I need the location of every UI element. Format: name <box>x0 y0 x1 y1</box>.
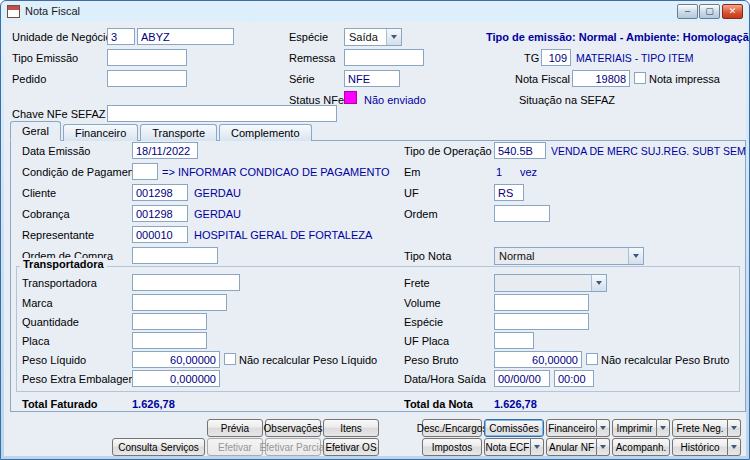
nota-ecf-dropdown-button[interactable] <box>531 438 544 456</box>
uf-placa-input[interactable] <box>494 332 534 349</box>
total-faturado-label: Total Faturado <box>22 398 98 410</box>
peso-liquido-input[interactable] <box>132 351 220 368</box>
unidade-negocio-name-input[interactable] <box>137 28 234 45</box>
peso-extra-input[interactable] <box>132 370 220 387</box>
acompanh-button[interactable]: Acompanh. <box>612 438 670 456</box>
window-title: Nota Fiscal <box>25 5 80 17</box>
nota-fiscal-window: Nota Fiscal – ▢ ✕ Unidade de Negócio Esp… <box>0 0 750 460</box>
itens-button[interactable]: Itens <box>323 419 379 437</box>
efetivar-os-button[interactable]: Efetivar OS <box>323 438 379 456</box>
ordem-input[interactable] <box>494 205 550 222</box>
emissao-ambiente-info: Tipo de emissão: Normal - Ambiente: Homo… <box>486 31 750 43</box>
unidade-negocio-code-input[interactable] <box>107 28 135 45</box>
form-background: Unidade de Negócio Espécie Saída Tipo de… <box>4 22 746 456</box>
nota-fiscal-number-input[interactable] <box>572 70 630 87</box>
data-saida-input[interactable] <box>494 370 550 387</box>
tipo-emissao-label: Tipo Emissão <box>12 52 78 64</box>
nao-recalcular-peso-bruto-label: Não recalcular Peso Bruto <box>601 354 729 366</box>
efetivar-button[interactable]: Efetivar <box>207 438 263 456</box>
nao-recalcular-peso-liquido-checkbox[interactable] <box>224 353 236 365</box>
nao-recalcular-peso-liquido-label: Não recalcular Peso Líquido <box>239 354 377 366</box>
remessa-label: Remessa <box>289 52 335 64</box>
imprimir-split-button: Imprimir <box>612 419 670 437</box>
nota-ecf-split-button: Nota ECF <box>484 438 544 456</box>
tipo-nota-label: Tipo Nota <box>404 250 451 262</box>
chave-nfe-input[interactable] <box>107 105 337 122</box>
hora-saida-input[interactable] <box>554 370 594 387</box>
anular-nf-dropdown-button[interactable] <box>597 438 610 456</box>
marca-input[interactable] <box>132 294 227 311</box>
remessa-input[interactable] <box>344 49 424 66</box>
placa-input[interactable] <box>132 332 207 349</box>
nao-recalcular-peso-bruto-checkbox[interactable] <box>586 353 598 365</box>
cliente-code-input[interactable] <box>132 184 188 201</box>
chevron-down-icon <box>600 426 606 430</box>
observacoes-button[interactable]: Observações <box>265 419 321 437</box>
data-emissao-input[interactable] <box>132 142 198 159</box>
chevron-down-icon <box>391 35 397 39</box>
status-nfe-indicator <box>344 91 357 104</box>
consulta-servicos-button[interactable]: Consulta Serviços <box>112 438 205 456</box>
tipo-nota-dropdown-button[interactable] <box>628 248 643 264</box>
tab-geral[interactable]: Geral <box>10 121 61 141</box>
quantidade-input[interactable] <box>132 313 207 330</box>
status-nfe-value: Não enviado <box>364 94 426 106</box>
impostos-button[interactable]: Impostos <box>422 438 482 456</box>
tg-label: TG <box>524 52 539 64</box>
financeiro-button[interactable]: Financeiro <box>546 419 597 437</box>
marca-label: Marca <box>22 297 53 309</box>
cobranca-code-input[interactable] <box>132 205 188 222</box>
ordem-label: Ordem <box>404 208 438 220</box>
uf-label: UF <box>404 187 419 199</box>
especie-combobox[interactable]: Saída <box>344 28 402 46</box>
close-button[interactable]: ✕ <box>722 4 743 19</box>
tg-code-input[interactable] <box>541 49 571 66</box>
pedido-input[interactable] <box>107 70 187 87</box>
imprimir-dropdown-button[interactable] <box>657 419 670 437</box>
peso-extra-label: Peso Extra Embalagem <box>22 373 138 385</box>
transportadora-input[interactable] <box>132 274 240 291</box>
frete-neg-dropdown-button[interactable] <box>728 419 741 437</box>
peso-bruto-input[interactable] <box>494 351 582 368</box>
transportadora-group-label: Transportadora <box>20 258 107 270</box>
representante-name: HOSPITAL GERAL DE FORTALEZA <box>194 229 372 241</box>
financeiro-split-button: Financeiro <box>546 419 610 437</box>
representante-code-input[interactable] <box>132 226 188 243</box>
condicao-pagamento-label: Condição de Pagamento <box>22 166 143 178</box>
historico-dropdown-button[interactable] <box>728 438 741 456</box>
historico-button[interactable]: Histórico <box>672 438 728 456</box>
data-hora-saida-label: Data/Hora Saída <box>404 373 486 385</box>
previa-button[interactable]: Prévia <box>207 419 263 437</box>
tipo-operacao-code-input[interactable] <box>494 142 546 159</box>
especie-transporte-input[interactable] <box>494 313 589 330</box>
comissoes-button[interactable]: Comissões <box>484 419 544 437</box>
frete-dropdown-button[interactable] <box>591 275 606 291</box>
title-bar[interactable]: Nota Fiscal – ▢ ✕ <box>1 1 749 22</box>
tipo-nota-combobox[interactable]: Normal <box>494 247 644 265</box>
desc-encargos-button[interactable]: Desc./Encargos <box>422 419 482 437</box>
frete-combobox[interactable] <box>494 274 607 292</box>
tab-complemento[interactable]: Complemento <box>219 124 311 141</box>
imprimir-button[interactable]: Imprimir <box>612 419 657 437</box>
financeiro-dropdown-button[interactable] <box>597 419 610 437</box>
efetivar-parcial-button[interactable]: Efetivar Parcial <box>265 438 321 456</box>
uf-input[interactable] <box>494 184 524 201</box>
em-label: Em <box>404 166 421 178</box>
especie-dropdown-button[interactable] <box>386 29 401 45</box>
maximize-button[interactable]: ▢ <box>699 4 720 19</box>
tab-transporte[interactable]: Transporte <box>140 124 217 141</box>
nota-ecf-button[interactable]: Nota ECF <box>484 438 531 456</box>
serie-input[interactable] <box>344 70 400 87</box>
tab-financeiro[interactable]: Financeiro <box>63 124 138 141</box>
minimize-button[interactable]: – <box>677 4 698 19</box>
tipo-operacao-description: VENDA DE MERC SUJ.REG. SUBT SEM CONTR <box>551 145 747 157</box>
condicao-pagamento-input[interactable] <box>132 163 158 180</box>
nota-impressa-checkbox[interactable] <box>634 72 646 84</box>
ordem-compra-input[interactable] <box>132 247 218 264</box>
placa-label: Placa <box>22 335 50 347</box>
volume-input[interactable] <box>494 294 589 311</box>
total-nota-value: 1.626,78 <box>494 398 537 410</box>
tipo-emissao-input[interactable] <box>107 49 187 66</box>
anular-nf-button[interactable]: Anular NF <box>546 438 597 456</box>
frete-neg-button[interactable]: Frete Neg. <box>672 419 728 437</box>
